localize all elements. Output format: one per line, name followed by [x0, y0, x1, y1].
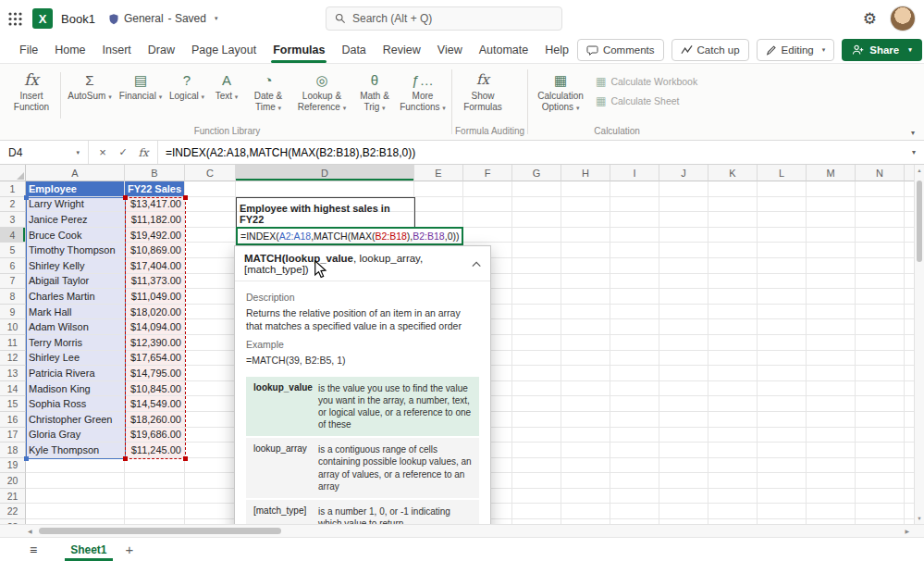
cell-N10[interactable]: [856, 319, 905, 335]
row-header-20[interactable]: 20: [0, 473, 26, 489]
cell-C14[interactable]: [185, 381, 236, 397]
cell-G3[interactable]: [512, 212, 561, 228]
column-header-a[interactable]: A: [26, 165, 125, 181]
column-header-h[interactable]: H: [561, 165, 610, 181]
cell-H5[interactable]: [561, 243, 610, 258]
column-header-e[interactable]: E: [414, 165, 463, 181]
cell-C12[interactable]: [185, 351, 236, 367]
document-title[interactable]: Book1: [61, 12, 95, 26]
cell-I4[interactable]: [610, 228, 659, 243]
cell-A5[interactable]: Timothy Thompson: [26, 243, 125, 258]
cell-A4[interactable]: Bruce Cook: [26, 228, 125, 243]
cell-K11[interactable]: [708, 335, 758, 351]
cell-K6[interactable]: [708, 258, 758, 274]
cell-B15[interactable]: $14,549.00: [125, 396, 185, 412]
cell-M20[interactable]: [807, 473, 856, 489]
cell-L12[interactable]: [758, 351, 807, 367]
cell-M5[interactable]: [807, 243, 856, 258]
cell-L6[interactable]: [758, 258, 807, 274]
menu-tab-automate[interactable]: Automate: [471, 37, 537, 63]
cell-J7[interactable]: [659, 274, 708, 290]
insert-function-button[interactable]: fx Insert Function: [6, 67, 57, 124]
cell-A6[interactable]: Shirley Kelly: [26, 258, 125, 274]
cell-H12[interactable]: [561, 351, 610, 367]
collapse-chevron-up-icon[interactable]: [472, 261, 481, 268]
cell-I21[interactable]: [610, 489, 659, 505]
cell-B22[interactable]: [125, 504, 185, 519]
row-header-11[interactable]: 11: [0, 335, 26, 351]
cell-A3[interactable]: Janice Perez: [26, 212, 125, 228]
excel-logo-icon[interactable]: X: [32, 8, 53, 29]
cell-M21[interactable]: [807, 489, 856, 505]
column-header-n[interactable]: N: [856, 165, 905, 181]
row-header-8[interactable]: 8: [0, 289, 26, 305]
cell-M1[interactable]: [807, 181, 856, 197]
column-header-i[interactable]: I: [610, 165, 659, 181]
cell-G17[interactable]: [512, 428, 561, 443]
cell-H13[interactable]: [561, 366, 610, 381]
cell-B10[interactable]: $14,094.00: [125, 319, 185, 335]
cell-B5[interactable]: $10,869.00: [125, 243, 185, 258]
column-header-d[interactable]: D: [236, 165, 414, 181]
cell-A18[interactable]: Kyle Thompson: [26, 443, 125, 458]
column-header-l[interactable]: L: [758, 165, 807, 181]
cell-C2[interactable]: [185, 197, 236, 213]
cell-B19[interactable]: [125, 458, 185, 474]
menu-tab-help[interactable]: Help: [536, 37, 577, 63]
sheet-tab-sheet1[interactable]: Sheet1: [61, 538, 116, 561]
cell-B12[interactable]: $17,654.00: [125, 351, 185, 367]
cell-M12[interactable]: [807, 351, 856, 367]
cell-G16[interactable]: [512, 412, 561, 428]
cell-L20[interactable]: [758, 473, 807, 489]
cell-N22[interactable]: [856, 504, 905, 519]
cell-I6[interactable]: [610, 258, 659, 274]
cell-L3[interactable]: [758, 212, 807, 228]
cell-H4[interactable]: [561, 228, 610, 243]
cell-J15[interactable]: [659, 396, 708, 412]
row-header-19[interactable]: 19: [0, 458, 26, 474]
cell-H9[interactable]: [561, 305, 610, 320]
cell-E3[interactable]: [414, 212, 463, 228]
cell-C21[interactable]: [185, 489, 236, 505]
cell-N8[interactable]: [856, 289, 905, 305]
cell-J21[interactable]: [659, 489, 708, 505]
cell-K18[interactable]: [708, 443, 758, 458]
cell-B21[interactable]: [125, 489, 185, 505]
formula-bar-expand-chevron-icon[interactable]: ▾: [904, 148, 924, 156]
cell-A17[interactable]: Gloria Gray: [26, 428, 125, 443]
menu-tab-view[interactable]: View: [429, 37, 471, 63]
cell-K12[interactable]: [708, 351, 758, 367]
cell-F4[interactable]: [463, 228, 512, 243]
cell-A14[interactable]: Madison King: [26, 381, 125, 397]
cell-L7[interactable]: [758, 274, 807, 290]
cell-N19[interactable]: [856, 458, 905, 474]
cell-G10[interactable]: [512, 319, 561, 335]
cell-B7[interactable]: $11,373.00: [125, 274, 185, 290]
cell-M2[interactable]: [807, 197, 856, 213]
cell-C16[interactable]: [185, 412, 236, 428]
cell-I7[interactable]: [610, 274, 659, 290]
cell-G7[interactable]: [512, 274, 561, 290]
cell-M19[interactable]: [807, 458, 856, 474]
row-header-2[interactable]: 2: [0, 197, 26, 213]
cell-I9[interactable]: [610, 305, 659, 320]
cell-J1[interactable]: [659, 181, 708, 197]
row-header-12[interactable]: 12: [0, 351, 26, 367]
cell-M16[interactable]: [807, 412, 856, 428]
cell-J14[interactable]: [659, 381, 708, 397]
formula-input[interactable]: =INDEX(A2:A18,MATCH(MAX(B2:B18),B2:B18,0…: [158, 146, 904, 159]
cell-B6[interactable]: $17,404.00: [125, 258, 185, 274]
cell-H10[interactable]: [561, 319, 610, 335]
cell-L21[interactable]: [758, 489, 807, 505]
cell-I22[interactable]: [610, 504, 659, 519]
cell-G22[interactable]: [512, 504, 561, 519]
cell-D3[interactable]: [236, 212, 414, 228]
cell-L13[interactable]: [758, 366, 807, 381]
cell-A12[interactable]: Shirley Lee: [26, 351, 125, 367]
cell-K2[interactable]: [708, 197, 758, 213]
cell-M6[interactable]: [807, 258, 856, 274]
cell-N7[interactable]: [856, 274, 905, 290]
row-header-21[interactable]: 21: [0, 489, 26, 505]
calculate-sheet-button[interactable]: ▦ Calculate Sheet: [596, 95, 697, 106]
name-box[interactable]: D4 ▾: [0, 141, 89, 164]
